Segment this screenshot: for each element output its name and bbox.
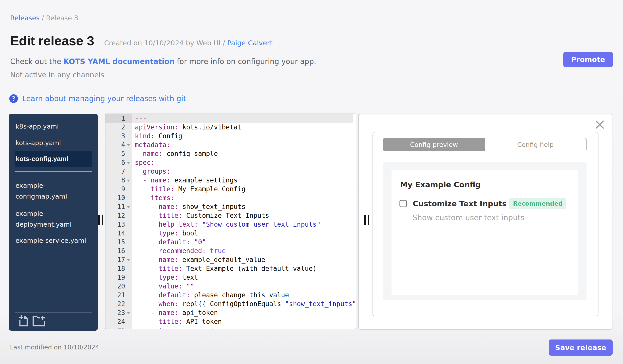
code-text: - name: api_token: [132, 308, 356, 317]
file-item-example-service.yaml[interactable]: example-service.yaml: [16, 236, 92, 245]
sidebar-actions: [19, 315, 46, 327]
code-text: default: please change this value: [132, 291, 356, 300]
info-line: Check out the KOTS YAML documentation fo…: [10, 57, 316, 66]
config-preview-panel: Config previewConfig help My Example Con…: [358, 114, 612, 329]
editor-line-25[interactable]: 25 type: password: [106, 326, 356, 329]
code-text: apiVersion: kots.io/v1beta1: [132, 123, 356, 132]
info-prefix: Check out the: [10, 57, 64, 66]
preview-body: My Example Config Customize Text Inputs …: [383, 162, 586, 300]
created-prefix: Created on 10/10/2024 by Web UI /: [104, 39, 227, 47]
tab-config-help[interactable]: Config help: [485, 138, 586, 151]
fold-arrow-icon[interactable]: [127, 259, 130, 261]
editor-line-14[interactable]: 14 type: bool: [106, 229, 356, 238]
file-item-kots-app.yaml[interactable]: kots-app.yaml: [16, 139, 92, 147]
preview-tabs: Config previewConfig help: [383, 138, 586, 151]
gutter-line-number: 23: [106, 308, 132, 317]
breadcrumb-releases-link[interactable]: Releases: [10, 14, 40, 22]
editor-line-5[interactable]: 5 name: config-sample: [106, 149, 356, 158]
yaml-code-editor[interactable]: 1---2apiVersion: kots.io/v1beta13kind: C…: [105, 114, 356, 329]
code-text: title: Text Example (with default value): [132, 264, 356, 273]
code-text: - name: example_settings: [132, 176, 356, 185]
fold-arrow-icon[interactable]: [127, 206, 130, 208]
editor-line-8[interactable]: 8 - name: example_settings: [106, 176, 356, 185]
gutter-line-number: 21: [106, 291, 132, 300]
code-text: type: text: [132, 273, 356, 282]
gutter-line-number: 19: [106, 273, 132, 282]
editor-line-18[interactable]: 18 title: Text Example (with default val…: [106, 264, 356, 273]
config-group-title: My Example Config: [400, 180, 481, 189]
editor-line-17[interactable]: 17 - name: example_default_value: [106, 255, 356, 264]
last-modified-text: Last modified on 10/10/2024: [10, 344, 99, 351]
editor-line-15[interactable]: 15 default: "0": [106, 238, 356, 246]
code-text: default: "0": [132, 238, 356, 246]
sidebar-separator: [15, 171, 92, 172]
gutter-line-number: 25: [106, 326, 132, 329]
editor-line-20[interactable]: 20 value: "": [106, 282, 356, 291]
code-text: type: bool: [132, 229, 356, 238]
editor-line-19[interactable]: 19 type: text: [106, 273, 356, 282]
close-icon[interactable]: [595, 120, 604, 129]
editor-line-24[interactable]: 24 title: API token: [106, 317, 356, 326]
code-text: when: repl{{ ConfigOptionEquals "show_te…: [132, 300, 356, 308]
editor-line-2[interactable]: 2apiVersion: kots.io/v1beta1: [106, 123, 356, 132]
file-item-k8s-app.yaml[interactable]: k8s-app.yaml: [16, 122, 92, 131]
editor-line-1[interactable]: 1---: [106, 114, 356, 123]
editor-line-22[interactable]: 22 when: repl{{ ConfigOptionEquals "show…: [106, 300, 356, 308]
save-release-button[interactable]: Save release: [549, 340, 613, 356]
info-suffix: for more info on configuring your app.: [175, 57, 316, 66]
gutter-line-number: 8: [106, 176, 132, 185]
config-preview-box: Config previewConfig help My Example Con…: [373, 132, 599, 316]
gutter-line-number: 7: [106, 167, 132, 176]
gutter-line-number: 11: [106, 202, 132, 211]
editor-line-21[interactable]: 21 default: please change this value: [106, 291, 356, 300]
editor-line-3[interactable]: 3kind: Config: [106, 132, 356, 141]
git-releases-link[interactable]: Learn about managing your releases with …: [22, 94, 186, 103]
fold-arrow-icon[interactable]: [127, 180, 130, 182]
new-folder-icon[interactable]: [32, 316, 46, 327]
kots-yaml-doc-link[interactable]: KOTS YAML documentation: [64, 57, 175, 66]
fold-arrow-icon[interactable]: [127, 144, 130, 146]
gutter-line-number: 10: [106, 194, 132, 202]
fold-arrow-icon[interactable]: [127, 162, 130, 164]
code-text: recommended: true: [132, 246, 356, 255]
gutter-line-number: 6: [106, 158, 132, 167]
sidebar-separator-bottom: [15, 313, 92, 313]
editor-line-23[interactable]: 23 - name: api_token: [106, 308, 356, 317]
code-text: ---: [132, 114, 353, 123]
gutter-line-number: 13: [106, 220, 132, 229]
code-text: type: password: [132, 326, 356, 329]
customize-text-inputs-checkbox[interactable]: [400, 200, 407, 207]
editor-line-6[interactable]: 6spec:: [106, 158, 356, 167]
file-item-example-configmap.yaml[interactable]: example-configmap.yaml: [16, 180, 92, 202]
channel-status: Not active in any channels: [10, 71, 104, 79]
file-item-kots-config.yaml[interactable]: kots-config.yaml: [15, 151, 92, 167]
gutter-line-number: 4: [106, 141, 132, 149]
config-item-row: Customize Text Inputs Recommended: [400, 198, 566, 209]
editor-line-4[interactable]: 4metadata:: [106, 141, 356, 149]
file-tree-sidebar: k8s-app.yamlkots-app.yamlkots-config.yam…: [9, 114, 98, 331]
promote-button[interactable]: Promote: [563, 52, 613, 67]
file-item-example-deployment.yaml[interactable]: example-deployment.yaml: [16, 208, 92, 230]
sidebar-editor-drag-handle[interactable]: [98, 215, 104, 225]
editor-line-12[interactable]: 12 title: Customize Text Inputs: [106, 211, 356, 220]
editor-line-7[interactable]: 7 groups:: [106, 167, 356, 176]
gutter-line-number: 3: [106, 132, 132, 141]
gutter-line-number: 20: [106, 282, 132, 291]
gutter-line-number: 22: [106, 300, 132, 308]
editor-line-9[interactable]: 9 title: My Example Config: [106, 185, 356, 194]
git-help-row: ? Learn about managing your releases wit…: [9, 94, 186, 103]
gutter-line-number: 12: [106, 211, 132, 220]
editor-line-13[interactable]: 13 help_text: "Show custom user text inp…: [106, 220, 356, 229]
code-text: value: "": [132, 282, 356, 291]
editor-line-11[interactable]: 11 - name: show_text_inputs: [106, 202, 356, 211]
help-question-icon[interactable]: ?: [9, 94, 18, 103]
editor-line-10[interactable]: 10 items:: [106, 194, 356, 202]
gutter-line-number: 18: [106, 264, 132, 273]
breadcrumb: Releases / Release 3: [10, 14, 78, 22]
tab-config-preview[interactable]: Config preview: [383, 138, 485, 151]
editor-preview-drag-handle[interactable]: [364, 215, 370, 225]
fold-arrow-icon[interactable]: [127, 312, 130, 314]
editor-line-16[interactable]: 16 recommended: true: [106, 246, 356, 255]
new-file-icon[interactable]: [19, 315, 28, 327]
created-user-link[interactable]: Paige Calvert: [227, 39, 273, 47]
